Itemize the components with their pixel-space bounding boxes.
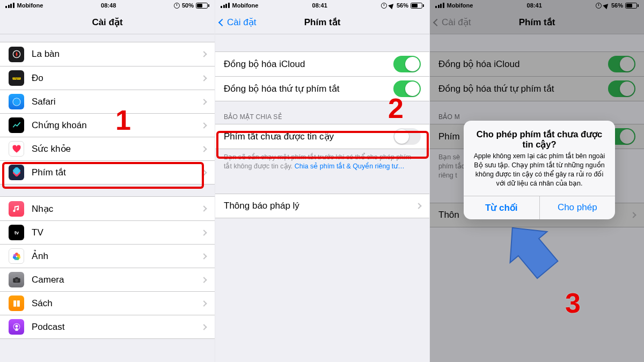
battery-icon [196, 3, 209, 9]
row-label: Camera [32, 275, 202, 285]
settings-row-tv[interactable]: tv TV [0, 220, 215, 244]
carrier-label: Mobifone [232, 2, 259, 9]
row-order-sync[interactable]: Đồng bộ hóa thứ tự phím tắt [215, 76, 429, 101]
nav-title: Phím tắt [304, 17, 341, 28]
photos-icon [9, 248, 24, 264]
nav-back-button[interactable]: Cài đặt [219, 17, 256, 28]
toggle-untrusted-shortcuts[interactable] [393, 128, 421, 145]
svg-point-20 [13, 254, 16, 257]
stocks-icon [9, 117, 24, 133]
three-screen-canvas: Mobifone 08:48 50% Cài đặt La bàn [0, 0, 644, 362]
settings-row-safari[interactable]: Safari [0, 90, 215, 113]
settings-row-measure[interactable]: Đo [0, 66, 215, 90]
chevron-right-icon [201, 324, 207, 330]
chevron-right-icon [201, 253, 207, 259]
settings-row-shortcuts[interactable]: Phím tắt [0, 160, 215, 184]
row-icloud-sync[interactable]: Đồng bộ hóa iCloud [215, 52, 429, 76]
location-icon [388, 2, 395, 9]
cellular-signal-icon [5, 3, 14, 8]
health-icon [9, 141, 24, 157]
svg-rect-12 [12, 167, 20, 175]
battery-pct-label: 56% [397, 2, 408, 9]
toggle-order-sync[interactable] [393, 80, 421, 97]
chevron-right-icon [201, 205, 207, 211]
tv-icon: tv [9, 225, 24, 240]
settings-row-photos[interactable]: Ảnh [0, 244, 215, 268]
nav-bar: Cài đặt [0, 11, 215, 34]
safari-icon [9, 94, 24, 109]
row-label: Sách [32, 298, 202, 309]
row-label: Chứng khoán [32, 120, 202, 131]
row-label: Ảnh [32, 250, 202, 262]
svg-rect-23 [15, 277, 18, 279]
chevron-right-icon [415, 203, 421, 209]
row-label: Podcast [32, 322, 202, 333]
clock-label: 08:48 [101, 2, 116, 9]
chevron-right-icon [201, 75, 207, 81]
row-label: Safari [32, 97, 202, 107]
battery-pct-label: 50% [182, 2, 194, 9]
row-label: Sức khỏe [32, 143, 202, 154]
settings-row-stocks[interactable]: Chứng khoán [0, 113, 215, 137]
settings-row-podcasts[interactable]: Podcast [0, 315, 215, 338]
row-label: Đồng bộ hóa iCloud [224, 58, 393, 70]
svg-point-22 [15, 278, 18, 282]
svg-marker-1 [16, 51, 17, 57]
settings-row-health[interactable]: Sức khỏe [0, 137, 215, 160]
footer-privacy-link[interactable]: Chia sẻ phím tắt & Quyền riêng tư… [295, 162, 405, 170]
status-bar: Mobifone 08:48 50% [0, 0, 215, 11]
group-footer-security: Bạn sẽ cần chạy một phím tắt trước khi c… [215, 149, 429, 171]
row-label: TV [32, 227, 202, 238]
row-label: Phím tắt [32, 167, 202, 178]
toggle-icloud-sync[interactable] [393, 56, 421, 72]
settings-row-books[interactable]: Sách [0, 291, 215, 315]
svg-text:tv: tv [14, 230, 19, 235]
clock-label: 08:41 [312, 2, 327, 9]
row-label: La bàn [32, 49, 202, 60]
carrier-label: Mobifone [17, 2, 43, 9]
compass-icon [9, 47, 24, 62]
cellular-signal-icon [221, 3, 230, 8]
apps-list-group-1: La bàn Đo Safari Chứng khoán [0, 42, 215, 184]
measure-icon [9, 70, 24, 86]
row-legal-notice[interactable]: Thông báo pháp lý [215, 194, 429, 218]
svg-point-24 [15, 324, 18, 327]
status-bar: Mobifone 08:41 56% [215, 0, 429, 11]
row-label: Đồng bộ hóa thứ tự phím tắt [224, 83, 393, 94]
permission-alert: Cho phép phím tắt chưa được tin cậy? App… [464, 121, 615, 219]
chevron-right-icon [201, 169, 207, 175]
settings-row-camera[interactable]: Camera [0, 268, 215, 291]
alert-deny-button[interactable]: Từ chối [464, 196, 539, 219]
camera-icon [9, 272, 24, 287]
chevron-right-icon [201, 146, 207, 152]
alarm-icon [174, 3, 180, 9]
apps-list-group-2: Nhạc tv TV Ảnh Camera [0, 196, 215, 339]
row-label: Thông báo pháp lý [224, 201, 416, 211]
svg-point-9 [13, 98, 20, 105]
podcasts-icon [9, 319, 24, 335]
chevron-right-icon [201, 99, 207, 105]
row-label: Phím tắt chưa được tin cậy [224, 131, 393, 142]
battery-icon [411, 3, 424, 9]
chevron-right-icon [201, 277, 207, 283]
screen-3-permission-alert: Mobifone 08:41 56% Cài đặt Phím tắt Đồng… [429, 0, 644, 362]
nav-bar: Cài đặt Phím tắt [215, 11, 429, 34]
alert-allow-button[interactable]: Cho phép [539, 196, 616, 219]
screen-2-shortcuts-settings: Mobifone 08:41 56% Cài đặt Phím tắt Đồng… [215, 0, 429, 362]
row-label: Nhạc [32, 203, 202, 215]
music-icon [9, 201, 24, 217]
chevron-right-icon [201, 230, 207, 235]
alert-message: Apple không xem lại các phím tắt bên ngo… [464, 152, 615, 196]
nav-back-label: Cài đặt [227, 17, 256, 28]
settings-row-compass[interactable]: La bàn [0, 42, 215, 66]
group-header-security: BẢO MẬT CHIA SẺ [215, 113, 429, 124]
screen-1-settings-list: Mobifone 08:48 50% Cài đặt La bàn [0, 0, 215, 362]
chevron-right-icon [201, 122, 207, 128]
chevron-right-icon [201, 300, 207, 306]
row-untrusted-shortcuts[interactable]: Phím tắt chưa được tin cậy [215, 124, 429, 149]
books-icon [9, 295, 24, 311]
alarm-icon [381, 3, 387, 9]
chevron-left-icon [218, 18, 226, 26]
settings-row-music[interactable]: Nhạc [0, 197, 215, 220]
row-label: Đo [32, 73, 202, 84]
